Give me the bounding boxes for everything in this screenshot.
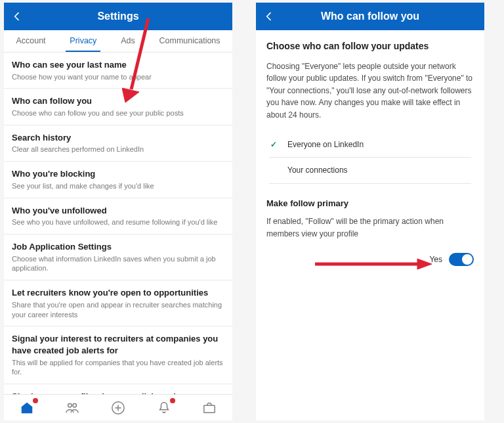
row-sub: Choose who can follow you and see your p… [12,108,224,118]
follow-primary-toggle[interactable] [449,253,474,266]
row-title: Who can follow you [12,95,224,107]
tab-label: Communications [159,36,220,45]
section-desc: Choosing "Everyone" lets people outside … [266,60,474,122]
row-sub: Choose what information LinkedIn saves w… [12,254,224,274]
header-bar: Who can follow you [256,3,484,30]
back-icon[interactable] [12,11,22,22]
nav-post-icon[interactable] [111,401,125,415]
option-connections[interactable]: Your connections [269,158,471,184]
row-sub: This will be applied for companies that … [12,358,224,378]
row-sub: Share that you're open and appear in rec… [12,300,224,320]
section-title: Choose who can follow your updates [266,39,474,54]
option-label: Your connections [287,166,348,175]
tab-ads[interactable]: Ads [117,30,139,52]
setting-row-signal-interest[interactable]: Signal your interest to recruiters at co… [4,326,232,384]
row-title: Who you've unfollowed [12,205,224,217]
settings-list: Who can see your last nameChoose how you… [4,53,232,394]
row-title: Signal your interest to recruiters at co… [12,333,224,356]
row-title: Who can see your last name [12,59,224,71]
setting-row-job-app[interactable]: Job Application SettingsChoose what info… [4,234,232,280]
row-sub: Choose how you want your name to appear [12,72,224,82]
row-title: Let recruiters know you're open to oppor… [12,287,224,299]
row-sub: See who you have unfollowed, and resume … [12,217,224,227]
badge-icon [170,398,175,403]
row-title: Who you're blocking [12,168,224,180]
sub-title: Make follow primary [266,197,474,210]
setting-row-lastname[interactable]: Who can see your last nameChoose how you… [4,53,232,89]
nav-jobs-icon[interactable] [202,401,217,415]
toggle-row: Yes [266,253,474,266]
row-sub: See your list, and make changes if you'd… [12,181,224,191]
nav-network-icon[interactable] [65,401,79,415]
svg-point-0 [68,403,72,407]
option-everyone[interactable]: ✓ Everyone on LinkedIn [269,132,471,158]
header-bar: Settings [4,3,232,30]
setting-row-recruiters-open[interactable]: Let recruiters know you're open to oppor… [4,280,232,326]
sub-desc: If enabled, "Follow" will be the primary… [266,215,474,240]
check-icon: ✓ [270,139,277,151]
svg-point-1 [73,403,77,407]
svg-rect-3 [204,405,215,412]
bottom-nav [4,394,232,420]
tab-communications[interactable]: Communications [155,30,224,52]
row-title: Search history [12,132,224,144]
settings-tabs: Account Privacy Ads Communications [4,30,232,53]
setting-row-follow[interactable]: Who can follow youChoose who can follow … [4,89,232,125]
row-title: Job Application Settings [12,241,224,253]
setting-row-unfollowed[interactable]: Who you've unfollowedSee who you have un… [4,198,232,234]
badge-icon [33,398,38,403]
nav-notifications-icon[interactable] [157,401,171,415]
option-list: ✓ Everyone on LinkedIn Your connections [269,132,471,184]
tab-label: Account [16,36,45,45]
setting-row-blocking[interactable]: Who you're blockingSee your list, and ma… [4,162,232,198]
back-icon[interactable] [264,11,274,22]
header-title: Settings [97,11,138,22]
nav-home-icon[interactable] [20,401,34,415]
row-sub: Clear all searches performed on LinkedIn [12,145,224,154]
header-title: Who can follow you [321,11,419,22]
settings-screen: Settings Account Privacy Ads Communicati… [4,3,232,420]
tab-label: Privacy [70,36,96,45]
follow-settings-screen: Who can follow you Choose who can follow… [256,3,484,420]
follow-content: Choose who can follow your updates Choos… [256,30,484,275]
toggle-label: Yes [429,254,442,266]
setting-row-search-history[interactable]: Search historyClear all searches perform… [4,125,232,162]
tab-account[interactable]: Account [12,30,49,52]
option-label: Everyone on LinkedIn [287,140,364,149]
tab-privacy[interactable]: Privacy [66,30,100,52]
tab-label: Ads [121,36,135,45]
setting-row-sharing-apply[interactable]: Sharing your profile when you click appl… [4,384,232,394]
